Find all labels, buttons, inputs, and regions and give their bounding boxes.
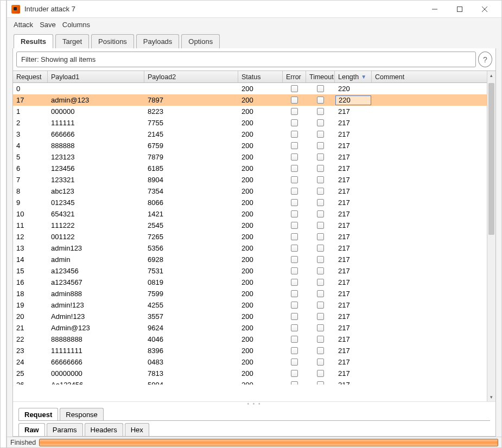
timeout-checkbox[interactable] (317, 381, 324, 385)
filter-bar[interactable]: Filter: Showing all items (16, 52, 476, 67)
table-row[interactable]: 51231237879200217 (13, 151, 487, 163)
table-row[interactable]: 61234566185200217 (13, 163, 487, 174)
error-checkbox[interactable] (291, 97, 298, 104)
cell-comment[interactable] (372, 281, 468, 284)
table-row[interactable]: 106543211421200217 (13, 208, 487, 220)
col-length[interactable]: Length ▼ (335, 71, 372, 82)
cell-comment[interactable] (372, 190, 468, 193)
timeout-checkbox[interactable] (317, 119, 324, 126)
cell-comment[interactable] (372, 338, 468, 341)
viewtab-params[interactable]: Params (47, 423, 83, 436)
table-row[interactable]: 24666666660483200217 (13, 356, 487, 368)
timeout-checkbox[interactable] (317, 165, 324, 172)
maximize-button[interactable] (447, 2, 472, 17)
timeout-checkbox[interactable] (317, 290, 324, 297)
error-checkbox[interactable] (291, 188, 298, 195)
menu-save[interactable]: Save (40, 21, 56, 29)
cell-comment[interactable] (372, 145, 468, 147)
cell-comment[interactable] (372, 168, 468, 170)
timeout-checkbox[interactable] (317, 108, 324, 115)
timeout-checkbox[interactable] (317, 210, 324, 217)
cell-comment[interactable] (372, 111, 468, 113)
table-row[interactable]: 111112222545200217 (13, 220, 487, 231)
table-row[interactable]: 14admin6928200217 (13, 254, 487, 265)
error-checkbox[interactable] (291, 210, 298, 217)
error-checkbox[interactable] (291, 290, 298, 297)
error-checkbox[interactable] (291, 108, 298, 115)
menu-columns[interactable]: Columns (62, 21, 90, 29)
cell-comment[interactable] (372, 99, 468, 101)
error-checkbox[interactable] (291, 313, 298, 320)
cell-comment[interactable] (372, 156, 468, 158)
table-row[interactable]: 19admin!1234255200217 (13, 299, 487, 311)
timeout-checkbox[interactable] (317, 279, 324, 286)
cell-comment[interactable] (372, 293, 468, 295)
cell-comment[interactable] (372, 373, 468, 375)
splitter-handle[interactable]: • • • (13, 401, 495, 406)
col-payload1[interactable]: Payload1 (48, 71, 144, 82)
scroll-up-arrow-icon[interactable]: ▴ (487, 71, 495, 80)
timeout-checkbox[interactable] (317, 302, 324, 309)
tab-payloads[interactable]: Payloads (136, 34, 179, 48)
table-row[interactable]: 18admin8887599200217 (13, 288, 487, 299)
minimize-button[interactable] (422, 2, 447, 17)
error-checkbox[interactable] (291, 233, 298, 240)
error-checkbox[interactable] (291, 347, 298, 354)
timeout-checkbox[interactable] (317, 245, 324, 252)
timeout-checkbox[interactable] (317, 97, 324, 104)
table-row[interactable]: 16a12345670819200217 (13, 277, 487, 288)
col-payload2[interactable]: Payload2 (144, 71, 238, 82)
cell-comment[interactable] (372, 304, 468, 306)
table-row[interactable]: 71233218904200217 (13, 174, 487, 185)
tab-positions[interactable]: Positions (91, 34, 134, 48)
cell-comment[interactable] (372, 213, 468, 215)
col-error[interactable]: Error (283, 71, 306, 82)
table-row[interactable]: 15a1234567531200217 (13, 265, 487, 277)
error-checkbox[interactable] (291, 222, 298, 229)
viewtab-headers[interactable]: Headers (85, 423, 123, 436)
tab-options[interactable]: Options (181, 34, 220, 48)
cell-comment[interactable] (372, 133, 468, 136)
cell-comment[interactable] (372, 247, 468, 249)
col-timeout[interactable]: Timeout (306, 71, 335, 82)
help-button[interactable]: ? (478, 52, 492, 67)
cell-comment[interactable] (372, 225, 468, 227)
error-checkbox[interactable] (291, 302, 298, 309)
error-checkbox[interactable] (291, 131, 298, 138)
table-row[interactable]: 26Aa1234565994200217 (13, 379, 487, 385)
cell-comment[interactable] (372, 202, 468, 204)
timeout-checkbox[interactable] (317, 222, 324, 229)
timeout-checkbox[interactable] (317, 324, 324, 331)
error-checkbox[interactable] (291, 153, 298, 161)
col-comment[interactable]: Comment (372, 71, 468, 82)
table-row[interactable]: 22888888884046200217 (13, 334, 487, 345)
table-row[interactable]: 13admin1235356200217 (13, 242, 487, 254)
error-checkbox[interactable] (291, 199, 298, 206)
error-checkbox[interactable] (291, 245, 298, 252)
table-row[interactable]: 17admin@1237897200220 (13, 94, 487, 106)
viewtab-hex[interactable]: Hex (125, 423, 149, 436)
cell-comment[interactable] (372, 327, 468, 329)
error-checkbox[interactable] (291, 370, 298, 377)
timeout-checkbox[interactable] (317, 370, 324, 377)
cell-comment[interactable] (372, 361, 468, 363)
error-checkbox[interactable] (291, 176, 298, 183)
error-checkbox[interactable] (291, 267, 298, 274)
timeout-checkbox[interactable] (317, 199, 324, 206)
cell-comment[interactable] (372, 122, 468, 124)
col-status[interactable]: Status (238, 71, 283, 82)
timeout-checkbox[interactable] (317, 313, 324, 320)
error-checkbox[interactable] (291, 279, 298, 286)
viewtab-raw[interactable]: Raw (18, 423, 45, 436)
error-checkbox[interactable] (291, 359, 298, 366)
error-checkbox[interactable] (291, 85, 298, 92)
cell-comment[interactable] (372, 88, 468, 90)
table-row[interactable]: 10000008223200217 (13, 106, 487, 117)
error-checkbox[interactable] (291, 381, 298, 385)
error-checkbox[interactable] (291, 336, 298, 343)
timeout-checkbox[interactable] (317, 267, 324, 274)
timeout-checkbox[interactable] (317, 176, 324, 183)
error-checkbox[interactable] (291, 324, 298, 331)
timeout-checkbox[interactable] (317, 347, 324, 354)
cell-comment[interactable] (372, 179, 468, 181)
